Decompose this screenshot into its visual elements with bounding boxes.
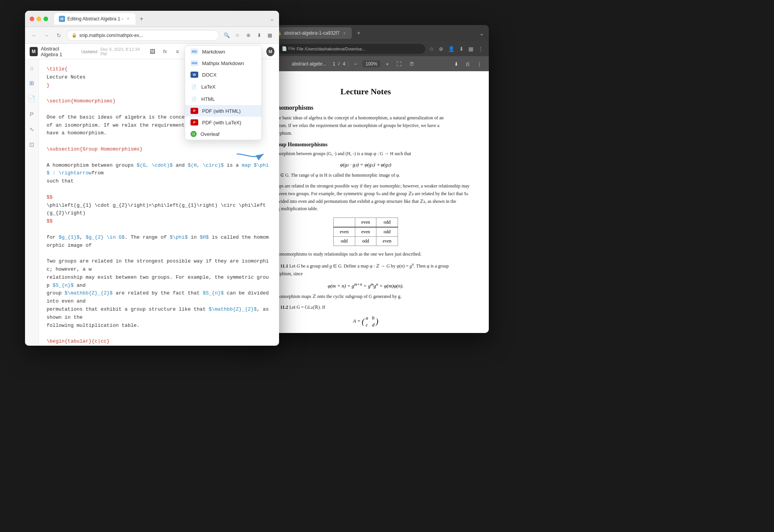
editor-sidebar: ⌂ ⊞ 📄 P ∿ ⊡	[25, 59, 39, 346]
new-tab-button-right[interactable]: +	[354, 28, 363, 38]
pdf-print-button[interactable]: ⎙	[464, 60, 471, 68]
code-line-16: $$	[47, 194, 271, 202]
sidebar-icon-right[interactable]: ▦	[467, 45, 475, 53]
history-button[interactable]: ⏱	[407, 60, 416, 68]
zoom-in-button[interactable]: +	[383, 60, 391, 68]
maximize-window-button[interactable]	[43, 17, 48, 21]
extension-icon[interactable]: ⊕	[244, 31, 253, 40]
pdf-example-2: Example 11.2 Let G = GL₂(ℝ). If	[262, 304, 470, 311]
url-field-left[interactable]: 🔒 snip.mathpix.com/mathpix-ex...	[67, 30, 219, 41]
pdf-math-1: φ(g₁ · g₂) = φ(g₁) ∘ φ(g₂)	[262, 162, 470, 168]
sidebar-doc-icon[interactable]: 📄	[27, 93, 37, 104]
table-row-label-even: even	[334, 227, 355, 237]
download-icon[interactable]: ⬇	[254, 31, 264, 40]
tab-close-right[interactable]: ×	[342, 30, 347, 36]
dropdown-item-overleaf[interactable]: O Overleaf	[185, 128, 261, 140]
code-line-23: relationship may exist between two group…	[47, 274, 271, 290]
table-cell-odd-even: odd	[355, 237, 376, 246]
active-tab-right[interactable]: 🔒 abstract-algebra-1-ca932f7 ×	[272, 27, 352, 39]
document-status-time: Dec 9, 2023, 8:12:34 PM	[100, 47, 142, 56]
title-bar-left: M Editing Abstract Algebra 1 - × + ⌄	[25, 11, 279, 27]
mathpix-markdown-icon: MM	[191, 60, 198, 66]
code-line-27	[47, 330, 271, 338]
pdf-page-total: 4	[343, 61, 345, 67]
pdf-zoom-level: 100%	[363, 60, 381, 67]
bookmark-icon-right[interactable]: ☆	[428, 45, 436, 53]
pdf-example-1: Example 11.1 Let G be a group and g ∈ G.…	[262, 261, 470, 278]
extension-icon-right[interactable]: ⊕	[437, 45, 445, 53]
title-bar-right: 🔒 abstract-algebra-1-ca932f7 × + ⌄	[242, 25, 489, 41]
code-line-19	[47, 226, 271, 234]
dropdown-item-docx[interactable]: W DOCX	[185, 69, 261, 80]
table-cell-even-even: even	[355, 227, 376, 237]
fit-page-button[interactable]: ⛶	[394, 60, 404, 68]
dropdown-item-html[interactable]: 📄 HTML	[185, 93, 261, 105]
bookmark-icon[interactable]: ☆	[233, 31, 242, 40]
dropdown-chevron-right[interactable]: ⌄	[479, 30, 484, 37]
table-cell-odd-odd: even	[376, 237, 398, 246]
pdf-more-button[interactable]: ⋮	[475, 60, 484, 68]
format-action-button[interactable]: ≡	[173, 46, 182, 57]
url-text-left: snip.mathpix.com/mathpix-ex...	[79, 33, 143, 38]
export-dropdown-menu: MD Markdown MM Mathpix Markdown W DOCX 📄…	[185, 45, 262, 140]
close-window-button[interactable]	[30, 17, 34, 21]
dropdown-label-latex: LaTeX	[201, 84, 216, 90]
active-tab-left[interactable]: M Editing Abstract Algebra 1 - ×	[54, 13, 135, 25]
minimize-window-button[interactable]	[37, 17, 41, 21]
table-header-row: even odd	[334, 218, 398, 228]
pdf-download-button[interactable]: ⬇	[452, 60, 461, 68]
document-status: Updated	[81, 49, 97, 54]
fx-action-button[interactable]: fx	[160, 46, 170, 57]
dropdown-item-pdf-latex[interactable]: P PDF (with LaTeX)	[185, 117, 261, 128]
dropdown-chevron[interactable]: ⌄	[269, 15, 274, 22]
sidebar-pdf-icon[interactable]: P	[27, 109, 37, 119]
pdf-html-icon: P	[191, 108, 198, 114]
app-logo: M	[30, 47, 38, 56]
image-action-button[interactable]: 🖼	[148, 46, 157, 57]
user-icon-right[interactable]: 👤	[446, 45, 456, 53]
table-cell-empty	[334, 218, 355, 228]
sidebar-files-icon[interactable]: ⊞	[27, 78, 37, 89]
url-field-right[interactable]: 📄 File File /Users/dashakosteva/Downloa.…	[278, 44, 425, 54]
pdf-latex-icon: P	[191, 119, 198, 125]
pdf-section-1: 1. Homomorphisms	[262, 104, 470, 111]
code-line-18: $$	[47, 217, 271, 226]
code-line-28: \begin{tabular}{c|cc}	[47, 338, 271, 346]
zoom-out-button[interactable]: −	[352, 60, 359, 68]
reload-button-left[interactable]: ↻	[54, 31, 64, 40]
pdf-doc-title: Lecture Notes	[262, 87, 470, 97]
new-tab-button-left[interactable]: +	[137, 14, 146, 23]
sidebar-home-icon[interactable]: ⌂	[27, 62, 37, 73]
dropdown-item-pdf-html[interactable]: P PDF (with HTML)	[185, 105, 261, 117]
tab-bar-left: M Editing Abstract Algebra 1 - × +	[54, 13, 266, 25]
dropdown-item-markdown[interactable]: MD Markdown	[185, 46, 261, 57]
pdf-filename: abstract-algebr...	[292, 61, 326, 67]
tab-close-left[interactable]: ×	[125, 16, 131, 22]
back-button-left[interactable]: ←	[30, 31, 39, 40]
dropdown-item-mathpix-markdown[interactable]: MM Mathpix Markdown	[185, 57, 261, 69]
tab-title-left: Editing Abstract Algebra 1 -	[67, 16, 123, 22]
pdf-page-current: 1	[333, 61, 335, 67]
forward-button-left[interactable]: →	[42, 31, 51, 40]
sidebar-graph-icon[interactable]: ∿	[27, 124, 37, 135]
table-header-even: even	[355, 218, 376, 228]
pdf-math-2: φ(m + n) = gm+n = gmgn = φ(m)φ(n).	[262, 282, 470, 289]
pdf-math-3: A = ( ab cd )	[262, 315, 470, 328]
more-icon-right[interactable]: ⋮	[476, 45, 485, 53]
dropdown-label-docx: DOCX	[202, 72, 217, 78]
document-title: Abstract Algebra 1	[41, 46, 77, 57]
sidebar-settings-icon[interactable]: ⊡	[27, 139, 37, 150]
download-icon-right[interactable]: ⬇	[458, 45, 465, 53]
code-line-17: \phi\left(g_{1} \cdot g_{2}\right)=\phi\…	[47, 202, 271, 218]
pdf-para-1: One of the basic ideas of algebra is the…	[262, 114, 470, 137]
latex-icon: 📄	[191, 83, 197, 90]
tab-title-right: abstract-algebra-1-ca932f7	[284, 30, 339, 36]
sidebar-toggle-icon[interactable]: ▦	[265, 31, 274, 40]
address-bar-left: ← → ↻ 🔒 snip.mathpix.com/mathpix-ex... 🔍…	[25, 27, 279, 44]
user-avatar[interactable]: M	[266, 47, 274, 56]
pdf-content-area: Lecture Notes 1. Homomorphisms One of th…	[242, 71, 489, 333]
search-icon[interactable]: 🔍	[222, 31, 231, 40]
dropdown-item-latex[interactable]: 📄 LaTeX	[185, 80, 261, 93]
markdown-icon: MD	[191, 49, 198, 55]
arrow-connector	[235, 146, 266, 164]
